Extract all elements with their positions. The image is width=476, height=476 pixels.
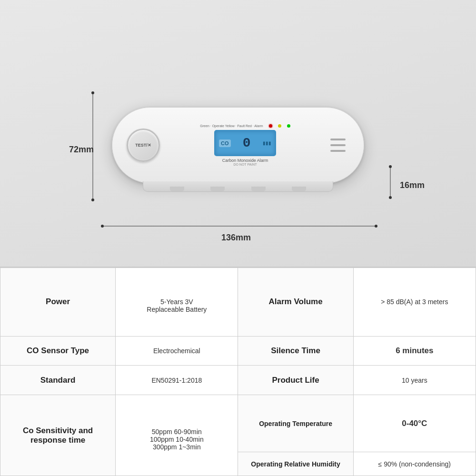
sensitivity-label: Co Sensitivity and response time bbox=[23, 426, 93, 445]
label-op-temp: Operating Temperature bbox=[238, 395, 353, 452]
value-alarm-volume: > 85 dB(A) at 3 meters bbox=[353, 268, 476, 337]
base-foot-3 bbox=[251, 187, 266, 191]
battery-icon: ▮▮▮ bbox=[263, 140, 271, 146]
value-co-sensor: Electrochemical bbox=[116, 336, 238, 366]
base-foot-2 bbox=[210, 187, 225, 191]
product-life-value: 10 years bbox=[402, 377, 427, 384]
humidity-label: Operating Relative Humidity bbox=[251, 460, 340, 468]
do-not-paint: DO NOT PAINT bbox=[233, 163, 257, 166]
label-product-life: Product Life bbox=[238, 366, 353, 395]
silence-time-value: 6 minutes bbox=[396, 346, 433, 355]
svg-text:72mm: 72mm bbox=[69, 145, 94, 154]
base-foot-1 bbox=[170, 187, 184, 191]
value-humidity: ≤ 90% (non-condensing) bbox=[353, 452, 476, 476]
alarm-volume-value: > 85 dB(A) at 3 meters bbox=[381, 298, 448, 306]
label-sensitivity: Co Sensitivity and response time bbox=[0, 395, 116, 476]
product-image-section: 72mm 136mm 16mm TEST/✕ Green · Operate Y… bbox=[0, 0, 476, 267]
value-silence-time: 6 minutes bbox=[353, 336, 476, 366]
speaker-grille bbox=[330, 129, 349, 162]
base-foot-4 bbox=[292, 187, 306, 191]
table-row: CO Sensor Type Electrochemical Silence T… bbox=[0, 336, 476, 366]
product-name: Carbon Monoxide Alarm bbox=[222, 158, 268, 163]
power-label: Power bbox=[46, 297, 70, 306]
device-base bbox=[143, 181, 333, 192]
speaker-line-3 bbox=[330, 150, 346, 152]
product-life-label: Product Life bbox=[272, 376, 319, 385]
display-number: 0 bbox=[243, 136, 251, 150]
co-sensor-label: CO Sensor Type bbox=[27, 346, 89, 355]
silence-time-label: Silence Time bbox=[271, 346, 320, 355]
co-sensor-value: Electrochemical bbox=[153, 347, 200, 355]
op-temp-value: 0-40°C bbox=[402, 419, 427, 428]
svg-point-6 bbox=[375, 225, 377, 228]
speaker-line-1 bbox=[330, 139, 346, 140]
label-standard: Standard bbox=[0, 366, 116, 395]
value-op-temp: 0-40°C bbox=[353, 395, 476, 452]
value-power: 5-Years 3V Replaceable Battery bbox=[116, 268, 238, 337]
svg-text:136mm: 136mm bbox=[221, 233, 251, 242]
led-green bbox=[287, 124, 290, 128]
device-container: TEST/✕ Green · Operate Yellow · Fault Re… bbox=[112, 107, 364, 183]
specs-table: Power 5-Years 3V Replaceable Battery Ala… bbox=[0, 268, 476, 476]
test-button[interactable]: TEST/✕ bbox=[127, 129, 160, 162]
led-yellow bbox=[278, 124, 281, 128]
table-row: Co Sensitivity and response time 50ppm 6… bbox=[0, 395, 476, 452]
svg-point-10 bbox=[389, 196, 392, 199]
value-sensitivity: 50ppm 60-90min 100ppm 10-40min 300ppm 1~… bbox=[116, 395, 238, 476]
table-row: Standard EN50291-1:2018 Product Life 10 … bbox=[0, 366, 476, 395]
device-body: TEST/✕ Green · Operate Yellow · Fault Re… bbox=[112, 107, 364, 183]
svg-point-8 bbox=[389, 165, 392, 168]
test-button-label: TEST/✕ bbox=[135, 143, 151, 148]
led-label: Green · Operate Yellow · Fault Red · Ala… bbox=[200, 124, 263, 128]
label-power: Power bbox=[0, 268, 116, 337]
standard-label: Standard bbox=[40, 376, 76, 385]
label-silence-time: Silence Time bbox=[238, 336, 353, 366]
table-row: Power 5-Years 3V Replaceable Battery Ala… bbox=[0, 268, 476, 337]
label-alarm-volume: Alarm Volume bbox=[238, 268, 353, 337]
specs-section: Power 5-Years 3V Replaceable Battery Ala… bbox=[0, 267, 476, 476]
svg-point-4 bbox=[101, 225, 104, 228]
lcd-display: CO 0 ▮▮▮ bbox=[214, 130, 276, 156]
label-co-sensor: CO Sensor Type bbox=[0, 336, 116, 366]
value-standard: EN50291-1:2018 bbox=[116, 366, 238, 395]
op-temp-label: Operating Temperature bbox=[259, 420, 332, 427]
led-red bbox=[269, 124, 272, 128]
label-humidity: Operating Relative Humidity bbox=[238, 452, 353, 476]
svg-point-2 bbox=[91, 198, 94, 201]
sensitivity-value: 50ppm 60-90min 100ppm 10-40min 300ppm 1~… bbox=[150, 428, 204, 451]
speaker-line-2 bbox=[330, 144, 346, 146]
humidity-value: ≤ 90% (non-condensing) bbox=[378, 460, 451, 468]
alarm-volume-label: Alarm Volume bbox=[269, 297, 323, 306]
standard-value: EN50291-1:2018 bbox=[151, 377, 202, 384]
power-value: 5-Years 3V Replaceable Battery bbox=[147, 298, 207, 313]
co-label: CO bbox=[219, 139, 231, 147]
led-row: Green · Operate Yellow · Fault Red · Ala… bbox=[200, 124, 290, 128]
value-product-life: 10 years bbox=[353, 366, 476, 395]
device-center: Green · Operate Yellow · Fault Red · Ala… bbox=[160, 124, 330, 166]
svg-point-0 bbox=[91, 91, 94, 94]
svg-text:16mm: 16mm bbox=[400, 180, 425, 190]
